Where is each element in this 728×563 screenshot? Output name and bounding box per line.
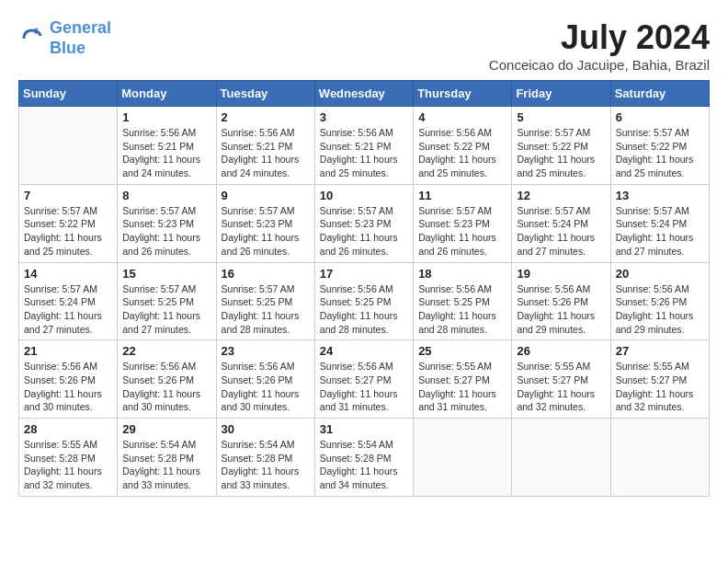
weekday-header: Saturday — [610, 81, 709, 107]
day-number: 16 — [222, 267, 310, 281]
day-number: 8 — [122, 189, 210, 202]
day-number: 21 — [24, 344, 112, 358]
day-number: 9 — [222, 189, 310, 202]
calendar-cell: 2Sunrise: 5:56 AMSunset: 5:21 PMDaylight… — [216, 107, 314, 185]
calendar-cell: 14Sunrise: 5:57 AMSunset: 5:24 PMDayligh… — [19, 262, 118, 340]
day-info: Sunrise: 5:56 AMSunset: 5:21 PMDaylight:… — [320, 126, 408, 180]
day-number: 4 — [418, 110, 506, 124]
day-info: Sunrise: 5:57 AMSunset: 5:24 PMDaylight:… — [517, 204, 605, 259]
day-info: Sunrise: 5:57 AMSunset: 5:23 PMDaylight:… — [320, 204, 408, 259]
calendar-week-row: 7Sunrise: 5:57 AMSunset: 5:22 PMDaylight… — [19, 184, 710, 262]
day-info: Sunrise: 5:56 AMSunset: 5:26 PMDaylight:… — [122, 360, 210, 414]
calendar-cell: 17Sunrise: 5:56 AMSunset: 5:25 PMDayligh… — [314, 262, 413, 340]
day-info: Sunrise: 5:56 AMSunset: 5:26 PMDaylight:… — [24, 360, 112, 414]
day-info: Sunrise: 5:54 AMSunset: 5:28 PMDaylight:… — [320, 438, 408, 492]
day-number: 30 — [222, 422, 310, 436]
day-number: 26 — [517, 344, 605, 358]
day-info: Sunrise: 5:57 AMSunset: 5:25 PMDaylight:… — [222, 282, 310, 337]
calendar-table: SundayMondayTuesdayWednesdayThursdayFrid… — [18, 80, 710, 497]
calendar-cell: 21Sunrise: 5:56 AMSunset: 5:26 PMDayligh… — [19, 340, 118, 419]
calendar-cell: 5Sunrise: 5:57 AMSunset: 5:22 PMDaylight… — [512, 107, 610, 185]
calendar-cell: 24Sunrise: 5:56 AMSunset: 5:27 PMDayligh… — [314, 340, 413, 419]
day-number: 31 — [320, 422, 408, 436]
calendar-cell: 28Sunrise: 5:55 AMSunset: 5:28 PMDayligh… — [19, 419, 118, 497]
month-title: July 2024 — [489, 18, 710, 57]
day-number: 22 — [122, 344, 210, 358]
calendar-cell: 15Sunrise: 5:57 AMSunset: 5:25 PMDayligh… — [118, 262, 216, 340]
calendar-cell: 18Sunrise: 5:56 AMSunset: 5:25 PMDayligh… — [414, 262, 512, 340]
page-header: General Blue July 2024 Conceicao do Jacu… — [18, 18, 710, 73]
location: Conceicao do Jacuipe, Bahia, Brazil — [489, 57, 710, 73]
day-info: Sunrise: 5:57 AMSunset: 5:24 PMDaylight:… — [24, 282, 112, 337]
calendar-cell — [610, 419, 709, 497]
day-info: Sunrise: 5:54 AMSunset: 5:28 PMDaylight:… — [122, 438, 210, 492]
calendar-cell: 6Sunrise: 5:57 AMSunset: 5:22 PMDaylight… — [610, 107, 709, 185]
day-number: 5 — [517, 110, 605, 124]
calendar-cell: 7Sunrise: 5:57 AMSunset: 5:22 PMDaylight… — [19, 184, 118, 262]
day-number: 6 — [616, 110, 704, 124]
day-info: Sunrise: 5:55 AMSunset: 5:27 PMDaylight:… — [418, 360, 506, 414]
day-info: Sunrise: 5:56 AMSunset: 5:26 PMDaylight:… — [616, 282, 704, 337]
calendar-cell: 20Sunrise: 5:56 AMSunset: 5:26 PMDayligh… — [610, 262, 709, 340]
day-number: 18 — [418, 267, 506, 281]
weekday-header: Sunday — [19, 81, 118, 107]
calendar-cell: 27Sunrise: 5:55 AMSunset: 5:27 PMDayligh… — [610, 340, 709, 419]
weekday-header: Friday — [512, 81, 610, 107]
day-info: Sunrise: 5:57 AMSunset: 5:25 PMDaylight:… — [122, 282, 210, 337]
calendar-cell: 11Sunrise: 5:57 AMSunset: 5:23 PMDayligh… — [414, 184, 512, 262]
calendar-week-row: 1Sunrise: 5:56 AMSunset: 5:21 PMDaylight… — [19, 107, 710, 185]
day-number: 23 — [222, 344, 310, 358]
day-number: 25 — [418, 344, 506, 358]
day-number: 17 — [320, 267, 408, 281]
calendar-cell: 22Sunrise: 5:56 AMSunset: 5:26 PMDayligh… — [118, 340, 216, 419]
calendar-header-row: SundayMondayTuesdayWednesdayThursdayFrid… — [19, 81, 710, 107]
day-info: Sunrise: 5:56 AMSunset: 5:21 PMDaylight:… — [222, 126, 310, 180]
calendar-cell: 19Sunrise: 5:56 AMSunset: 5:26 PMDayligh… — [512, 262, 610, 340]
logo: General Blue — [18, 18, 111, 58]
calendar-cell: 10Sunrise: 5:57 AMSunset: 5:23 PMDayligh… — [314, 184, 413, 262]
calendar-cell: 29Sunrise: 5:54 AMSunset: 5:28 PMDayligh… — [118, 419, 216, 497]
calendar-cell: 26Sunrise: 5:55 AMSunset: 5:27 PMDayligh… — [512, 340, 610, 419]
day-number: 3 — [320, 110, 408, 124]
day-number: 2 — [222, 110, 310, 124]
calendar-cell: 13Sunrise: 5:57 AMSunset: 5:24 PMDayligh… — [610, 184, 709, 262]
calendar-cell: 23Sunrise: 5:56 AMSunset: 5:26 PMDayligh… — [216, 340, 314, 419]
day-info: Sunrise: 5:56 AMSunset: 5:27 PMDaylight:… — [320, 360, 408, 414]
day-number: 29 — [122, 422, 210, 436]
day-info: Sunrise: 5:57 AMSunset: 5:22 PMDaylight:… — [616, 126, 704, 180]
day-number: 11 — [418, 189, 506, 202]
day-number: 24 — [320, 344, 408, 358]
day-info: Sunrise: 5:57 AMSunset: 5:22 PMDaylight:… — [24, 204, 112, 259]
day-info: Sunrise: 5:56 AMSunset: 5:25 PMDaylight:… — [320, 282, 408, 337]
title-block: July 2024 Conceicao do Jacuipe, Bahia, B… — [489, 18, 710, 73]
calendar-cell: 3Sunrise: 5:56 AMSunset: 5:21 PMDaylight… — [314, 107, 413, 185]
calendar-cell — [414, 419, 512, 497]
calendar-cell: 16Sunrise: 5:57 AMSunset: 5:25 PMDayligh… — [216, 262, 314, 340]
logo-text: General Blue — [50, 18, 111, 58]
logo-line2: Blue — [50, 39, 85, 57]
calendar-week-row: 21Sunrise: 5:56 AMSunset: 5:26 PMDayligh… — [19, 340, 710, 419]
day-number: 7 — [24, 189, 112, 202]
day-number: 20 — [616, 267, 704, 281]
day-info: Sunrise: 5:56 AMSunset: 5:26 PMDaylight:… — [517, 282, 605, 337]
weekday-header: Thursday — [414, 81, 512, 107]
weekday-header: Monday — [118, 81, 216, 107]
calendar-cell — [19, 107, 118, 185]
day-number: 10 — [320, 189, 408, 202]
day-number: 28 — [24, 422, 112, 436]
day-info: Sunrise: 5:56 AMSunset: 5:21 PMDaylight:… — [122, 126, 210, 180]
day-info: Sunrise: 5:56 AMSunset: 5:22 PMDaylight:… — [418, 126, 506, 180]
day-info: Sunrise: 5:56 AMSunset: 5:25 PMDaylight:… — [418, 282, 506, 337]
day-number: 15 — [122, 267, 210, 281]
weekday-header: Wednesday — [314, 81, 413, 107]
day-number: 19 — [517, 267, 605, 281]
day-info: Sunrise: 5:55 AMSunset: 5:28 PMDaylight:… — [24, 438, 112, 492]
day-info: Sunrise: 5:55 AMSunset: 5:27 PMDaylight:… — [517, 360, 605, 414]
day-number: 14 — [24, 267, 112, 281]
day-info: Sunrise: 5:57 AMSunset: 5:22 PMDaylight:… — [517, 126, 605, 180]
day-info: Sunrise: 5:57 AMSunset: 5:23 PMDaylight:… — [222, 204, 310, 259]
calendar-cell: 1Sunrise: 5:56 AMSunset: 5:21 PMDaylight… — [118, 107, 216, 185]
calendar-week-row: 14Sunrise: 5:57 AMSunset: 5:24 PMDayligh… — [19, 262, 710, 340]
day-info: Sunrise: 5:54 AMSunset: 5:28 PMDaylight:… — [222, 438, 310, 492]
day-info: Sunrise: 5:55 AMSunset: 5:27 PMDaylight:… — [616, 360, 704, 414]
